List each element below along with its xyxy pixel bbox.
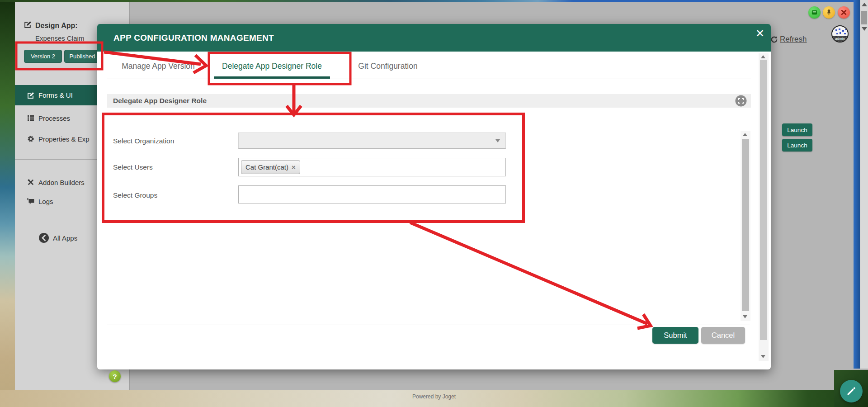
modal-scrollbar[interactable] — [759, 53, 769, 361]
modal-header: APP CONFIGURATION MANAGEMENT — [97, 24, 771, 52]
modal-title: APP CONFIGURATION MANAGEMENT — [113, 33, 274, 43]
tools-icon — [27, 179, 34, 186]
users-label: Select Users — [113, 163, 153, 171]
desktop-wallpaper-left — [0, 0, 15, 407]
tab-label: Manage App Version — [122, 62, 195, 71]
close-icon — [841, 9, 847, 15]
scroll-up-icon[interactable] — [743, 133, 747, 136]
sidebar-item-addon-builders[interactable]: Addon Builders — [15, 173, 97, 192]
scroll-down-icon[interactable] — [761, 355, 765, 358]
refresh-label: Refresh — [780, 35, 807, 44]
section-header: Delegate App Designer Role — [107, 94, 751, 108]
all-apps-button[interactable] — [38, 232, 49, 245]
fullscreen-icon — [735, 95, 747, 107]
organization-label: Select Organization — [113, 137, 174, 145]
content-scrollbar-thumb[interactable] — [742, 139, 749, 311]
sidebar-item-properties[interactable]: Properties & Exp — [15, 129, 97, 148]
version-badge[interactable]: Version 2 — [24, 50, 62, 63]
gear-icon — [27, 135, 34, 142]
app-name: Expenses Claim — [35, 34, 84, 42]
page-scrollbar[interactable] — [860, 0, 868, 369]
help-button[interactable]: ? — [109, 370, 121, 382]
pencil-icon — [846, 386, 857, 397]
organization-select[interactable] — [238, 133, 506, 149]
tab-label: Delegate App Designer Role — [222, 62, 322, 71]
cancel-button[interactable]: Cancel — [701, 327, 745, 344]
sidebar-divider — [15, 159, 97, 160]
design-app-label: Design App: — [35, 22, 78, 30]
screen-icon — [811, 9, 818, 16]
tab-git-configuration[interactable]: Git Configuration — [354, 57, 422, 76]
chevron-down-icon — [495, 139, 500, 142]
all-apps-label[interactable]: All Apps — [53, 234, 77, 242]
modal-close-icon[interactable]: ✕ — [755, 28, 764, 39]
sidebar-item-label: Processes — [38, 114, 70, 122]
groups-input[interactable] — [238, 185, 506, 204]
sidebar-item-forms-ui[interactable]: Forms & UI — [15, 85, 97, 105]
sidebar-item-processes[interactable]: Processes — [15, 109, 97, 128]
avatar[interactable]: admin — [831, 25, 849, 43]
list-icon — [27, 114, 34, 122]
scroll-up-icon[interactable] — [761, 55, 765, 58]
scroll-down-icon[interactable] — [743, 315, 747, 318]
tabs-bottom-border — [107, 79, 751, 79]
refresh-icon — [770, 36, 778, 43]
users-input[interactable]: Cat Grant(cat) × — [238, 158, 506, 176]
tab-delegate-app-designer-role[interactable]: Delegate App Designer Role — [214, 57, 330, 76]
edit-icon — [24, 21, 32, 30]
sidebar-item-label: Properties & Exp — [38, 135, 90, 143]
app-configuration-modal: APP CONFIGURATION MANAGEMENT ✕ Manage Ap… — [97, 24, 771, 369]
sidebar-item-label: Logs — [38, 198, 53, 205]
fullscreen-button[interactable] — [735, 95, 747, 109]
launch-button[interactable]: Launch — [782, 123, 812, 136]
back-arrow-icon — [38, 232, 49, 243]
logs-icon — [27, 198, 34, 205]
user-tag-text: Cat Grant(cat) — [245, 163, 288, 171]
footer-divider — [107, 325, 750, 325]
tab-label: Git Configuration — [358, 62, 417, 71]
page-scrollbar-thumb[interactable] — [861, 11, 867, 24]
window-button-pin[interactable] — [823, 6, 835, 19]
sidebar-item-logs[interactable]: Logs — [15, 192, 97, 211]
window-frame-edge — [854, 0, 860, 369]
edit-fab-button[interactable] — [840, 380, 863, 402]
content-scrollbar[interactable] — [741, 131, 750, 321]
submit-button[interactable]: Submit — [652, 327, 698, 344]
pin-icon — [826, 9, 832, 16]
edit-icon — [27, 92, 34, 99]
scroll-down-icon[interactable] — [862, 27, 867, 31]
refresh-link[interactable]: Refresh — [770, 35, 807, 44]
launch-button[interactable]: Launch — [782, 139, 812, 151]
user-tag: Cat Grant(cat) × — [241, 160, 300, 174]
sidebar-item-label: Addon Builders — [38, 179, 85, 186]
window-button-close[interactable] — [838, 6, 850, 19]
section-title: Delegate App Designer Role — [113, 97, 207, 105]
groups-label: Select Groups — [113, 191, 157, 199]
window-button-green[interactable] — [808, 6, 821, 19]
remove-tag-icon[interactable]: × — [292, 163, 296, 171]
powered-by-label: Powered by Joget — [389, 393, 479, 400]
published-badge[interactable]: Published — [64, 50, 100, 63]
tab-manage-app-version[interactable]: Manage App Version — [113, 57, 203, 76]
scroll-up-icon[interactable] — [862, 3, 867, 6]
sidebar-item-label: Forms & UI — [38, 91, 73, 99]
modal-scrollbar-thumb[interactable] — [760, 60, 767, 340]
